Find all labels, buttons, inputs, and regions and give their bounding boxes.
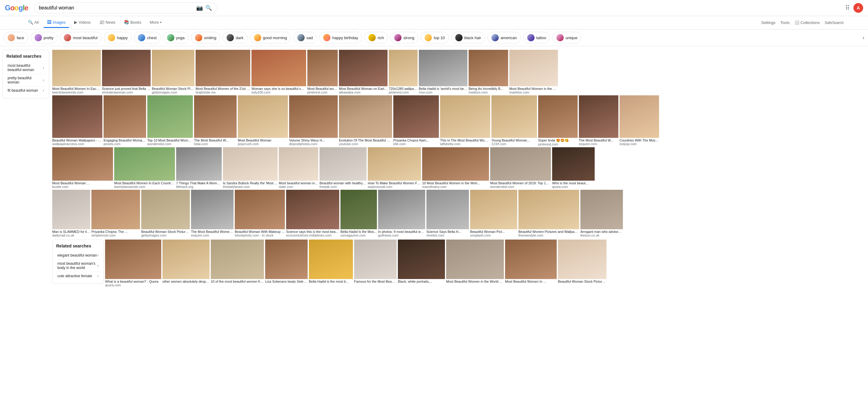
image-card[interactable]: Beautiful woman with healthy body o...fr… xyxy=(319,147,367,189)
image-card[interactable]: Most Beautiful Women of 2019: Top 10 of … xyxy=(490,147,551,189)
image-card[interactable]: 10 Most Beautiful Women in the Worl...ma… xyxy=(422,147,489,189)
image-card[interactable]: Most beautiful woman in the world: ...sl… xyxy=(279,147,318,189)
image-card[interactable]: Who is the most beaut...quora.com xyxy=(552,147,595,189)
image-caption: Man is SLAMMED for list of tips on 'how … xyxy=(52,230,90,237)
search-input[interactable] xyxy=(39,5,194,11)
image-card[interactable]: This Is The Most Beautiful Woman In The … xyxy=(440,95,490,146)
filter-sad[interactable]: sad xyxy=(293,32,317,43)
image-card[interactable]: Countries With The Most B...icepop.com xyxy=(620,95,659,146)
filter-strong[interactable]: strong xyxy=(390,32,418,43)
tab-images[interactable]: 🖼 Images xyxy=(43,17,69,28)
filter-dark[interactable]: dark xyxy=(223,32,247,43)
filter-yoga[interactable]: yoga xyxy=(163,32,189,43)
image-card[interactable]: Most Beautiful Women in the World 2020 .… xyxy=(509,50,558,94)
tab-all[interactable]: 🔍 All xyxy=(24,17,42,28)
image-card[interactable]: Being An Incredibly B...medium.com xyxy=(469,50,508,94)
filter-happy[interactable]: happy xyxy=(104,32,131,43)
image-card[interactable]: Most Beautiful Womanpopcrush.com xyxy=(238,95,288,146)
apps-icon[interactable]: ⠿ xyxy=(845,4,850,11)
image-thumbnail xyxy=(509,50,558,86)
filter-good-morning[interactable]: good morning xyxy=(250,32,291,43)
image-card[interactable]: In photos: 9 most beautiful women in ...… xyxy=(378,190,425,237)
image-card[interactable]: Bella Hadid is 'world's most beautiful .… xyxy=(419,50,467,94)
image-card[interactable]: The Most Beautiful W...esquire.com xyxy=(579,95,618,146)
filter-pretty[interactable]: pretty xyxy=(31,32,58,43)
image-caption: Most Beautiful Woman on Earth Mahiagha .… xyxy=(339,87,388,94)
camera-search-icon[interactable]: 📷 xyxy=(196,5,203,11)
image-card[interactable]: Science says this is the most beautiful … xyxy=(286,190,339,237)
image-card[interactable]: The Most Beautiful Women Of ...esquire.c… xyxy=(191,190,234,237)
image-card[interactable]: Priyanka Chopra Nam...elle.com xyxy=(393,95,439,146)
related-item-2-2[interactable]: most beautiful woman's body in the world… xyxy=(56,260,100,272)
image-card[interactable]: Arrogant man who advised wo...thesun.co.… xyxy=(580,190,623,237)
related-item-2-1[interactable]: elegant beautiful woman › xyxy=(56,251,100,260)
image-card[interactable]: Most Beautiful Women In Each Country ...… xyxy=(52,50,101,94)
related-item-1-2[interactable]: pretty beautiful woman › xyxy=(6,74,45,87)
image-card[interactable]: Beautiful Woman With Makeup Stock Photo … xyxy=(235,190,285,237)
image-card[interactable]: Súper linda 😍🤩😘pinterest.com xyxy=(538,95,578,146)
image-card[interactable]: Man is SLAMMED for list of tips on 'how … xyxy=(52,190,90,237)
tab-books[interactable]: 📚 Books xyxy=(120,17,145,28)
image-card[interactable]: Top 10 Most Beautiful Women in the ...wo… xyxy=(147,95,193,146)
avatar[interactable]: A xyxy=(854,3,863,13)
image-card[interactable]: Science just proved that Bella Hadid is … xyxy=(102,50,151,94)
related-item-2-3[interactable]: cute attractive female › xyxy=(56,272,100,280)
tools-link[interactable]: Tools xyxy=(780,20,789,25)
tab-news[interactable]: 📰 News xyxy=(96,17,119,28)
filter-scroll-right[interactable]: › xyxy=(863,35,864,41)
image-card[interactable]: Engaging Beautiful Woma...pexels.com xyxy=(103,95,146,146)
filter-chest[interactable]: chest xyxy=(134,32,160,43)
image-card[interactable]: Beautiful Women Pictures and Wallpaperst… xyxy=(519,190,579,237)
collections-button[interactable]: ⬜ Collections xyxy=(795,20,820,25)
filter-smiling[interactable]: smiling xyxy=(191,32,220,43)
image-card[interactable]: Woman says she is so beautiful she can .… xyxy=(251,50,306,94)
safesearch-label[interactable]: SafeSearch xyxy=(825,21,844,25)
related-item-1-1[interactable]: most beautiful beautiful woman › xyxy=(6,62,45,74)
image-card[interactable]: Bella Hadid is the most b... xyxy=(309,239,353,288)
image-card[interactable]: Beautiful Woman Stock Pictures ... xyxy=(558,239,607,288)
filter-tattoo[interactable]: tattoo xyxy=(523,32,550,43)
settings-link[interactable]: Settings xyxy=(761,20,775,25)
related-item-1-3[interactable]: fit beautiful woman › xyxy=(6,87,45,94)
filter-happy-birthday[interactable]: happy birthday xyxy=(319,32,362,43)
filter-face[interactable]: face xyxy=(4,32,28,43)
image-card[interactable]: Most Beautiful Women in the World 2017 .… xyxy=(446,239,504,288)
image-card[interactable]: Young Beautiful Woman...123rf.com xyxy=(491,95,537,146)
image-card[interactable]: Evolution Of The Most Beautiful Women ..… xyxy=(339,95,392,146)
image-card[interactable]: Most Beautiful Woman on Earth Mahiagha .… xyxy=(339,50,388,94)
image-card[interactable]: Most Beautiful Woman ...bustle.com xyxy=(52,147,113,189)
image-card[interactable]: Liza Soberano beats Selena Gomez, Gal ..… xyxy=(265,239,308,288)
image-card[interactable]: How To Make Beautiful Women Fall For You… xyxy=(368,147,421,189)
image-card[interactable]: Volume Shiny Wavy H...depositphotos.com xyxy=(289,95,338,146)
filter-unique[interactable]: unique xyxy=(553,32,581,43)
image-card[interactable]: Most Beautiful Women In Each Country ...… xyxy=(114,147,175,189)
image-card[interactable]: 7 Things That Make A Woman Beautiful ...… xyxy=(176,147,222,189)
image-card[interactable]: 10 of the most beautiful women from the … xyxy=(211,239,264,288)
image-card[interactable]: Most Beautiful woman...pinterest.com xyxy=(307,50,338,94)
image-card[interactable]: Beautiful Woman Stock Pictures ...gettyi… xyxy=(152,50,194,94)
image-card[interactable]: Famous for the Most Beaut... xyxy=(354,239,397,288)
image-card[interactable]: Most Beautiful Women In ... xyxy=(505,239,557,288)
image-card[interactable]: Beautiful Woman Stock Pictures ...gettyi… xyxy=(141,190,190,237)
image-card[interactable]: other women absolutely despise ... xyxy=(162,239,210,288)
filter-most-beautiful[interactable]: most beautiful xyxy=(60,32,101,43)
image-card[interactable]: Black, white portraits,... xyxy=(398,239,445,288)
image-card[interactable]: Most Beautiful Women of the 21st Century… xyxy=(195,50,250,94)
image-card[interactable]: Science Says Bella H...revelist.com xyxy=(426,190,469,237)
image-card[interactable]: Is Sandra Bullock Really the 'Most ...th… xyxy=(223,147,278,189)
filter-black-hair[interactable]: black hair xyxy=(451,32,485,43)
image-card[interactable]: Beautiful Woman Pict...unsplash.com xyxy=(470,190,517,237)
tab-videos[interactable]: ▶ Videos xyxy=(70,17,94,28)
image-card[interactable]: 720x1280 wallpaper...pinterest.com xyxy=(389,50,417,94)
tab-more[interactable]: More ▾ xyxy=(146,18,165,28)
filter-american[interactable]: american xyxy=(488,32,521,43)
image-card[interactable]: Priyanka Chopra: The ...simplemost.com xyxy=(91,190,140,237)
image-card[interactable]: The Most Beautiful W...listai.com xyxy=(194,95,237,146)
filter-top10[interactable]: top 10 xyxy=(421,32,448,43)
filter-rich[interactable]: rich xyxy=(365,32,388,43)
search-icon[interactable]: 🔍 xyxy=(205,5,212,11)
image-card[interactable]: Bella Hadid Is the Mos...usmagazine.com xyxy=(340,190,377,237)
google-logo[interactable]: Google xyxy=(5,4,28,12)
image-card[interactable]: What is a beautiful woman? - Quoraquora.… xyxy=(105,239,161,288)
image-card[interactable]: Beautiful Woman Wallpapers - Top Free ..… xyxy=(52,95,102,146)
